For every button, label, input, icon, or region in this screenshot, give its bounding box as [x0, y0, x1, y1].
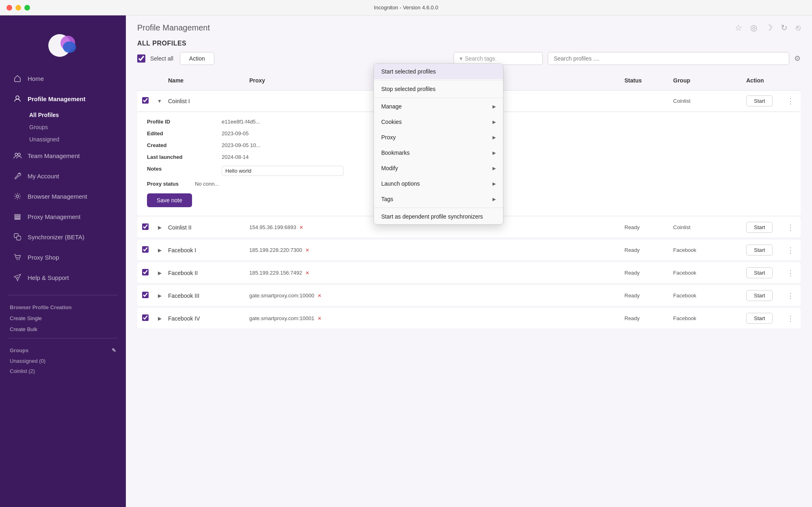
dropdown-item-tags[interactable]: Tags ▶ — [374, 191, 503, 207]
arrow-icon: ▶ — [492, 166, 496, 171]
sidebar-item-groups[interactable]: Groups — [24, 121, 126, 133]
start-button[interactable]: Start — [746, 222, 773, 233]
row-checkbox[interactable] — [137, 94, 153, 108]
profile-id-value: e11ee8f1-f4d5... — [222, 119, 391, 125]
refresh-icon[interactable]: ↻ — [781, 23, 788, 32]
header-icons: ☆ ◎ ☽ ↻ ⎋ — [735, 23, 801, 32]
moon-icon[interactable]: ☽ — [765, 23, 773, 32]
browser-profile-creation-section: Browser Profile Creation — [0, 299, 126, 313]
row-checkbox[interactable] — [142, 223, 149, 230]
start-btn-cell[interactable]: Start — [744, 92, 784, 110]
start-btn-cell[interactable]: Start — [744, 310, 784, 327]
groups-edit-icon[interactable]: ✎ — [112, 347, 116, 353]
create-bulk-action[interactable]: Create Bulk — [0, 324, 126, 335]
start-btn-cell[interactable]: Start — [744, 287, 784, 304]
sidebar-item-profile-management[interactable]: Profile Management — [3, 89, 123, 108]
sidebar-item-proxy-shop[interactable]: Proxy Shop — [3, 247, 123, 267]
save-note-button[interactable]: Save note — [147, 193, 192, 207]
export-icon[interactable]: ⎋ — [796, 23, 801, 32]
group-unassigned[interactable]: Unassigned (0) — [0, 356, 126, 366]
more-options-button[interactable]: ⋮ — [784, 93, 801, 109]
dropdown-item-launch-options[interactable]: Launch options ▶ — [374, 176, 503, 191]
proxy-value: gate.smartproxy.com:10000 ✕ — [247, 289, 622, 302]
sidebar: Home Profile Management All Profiles Gro… — [0, 15, 126, 507]
close-button[interactable] — [6, 5, 12, 11]
expand-button[interactable]: ▼ — [153, 95, 166, 107]
star-icon[interactable]: ☆ — [735, 23, 742, 32]
create-single-action[interactable]: Create Single — [0, 313, 126, 324]
sidebar-item-label-home: Home — [28, 75, 44, 82]
more-options-button[interactable]: ⋮ — [784, 220, 801, 235]
start-button[interactable]: Start — [746, 95, 773, 106]
proxy-error-icon: ✕ — [305, 247, 309, 253]
svg-rect-8 — [15, 217, 20, 218]
more-options-button[interactable]: ⋮ — [784, 243, 801, 258]
start-btn-cell[interactable]: Start — [744, 241, 784, 259]
col-group: Group — [671, 74, 744, 87]
logo — [0, 15, 126, 68]
expand-button[interactable]: ▶ — [153, 244, 166, 256]
notes-input[interactable] — [222, 166, 343, 176]
sidebar-item-help-support[interactable]: Help & Support — [3, 268, 123, 287]
main-content: Profile Management ☆ ◎ ☽ ↻ ⎋ ALL PROFILE… — [126, 15, 812, 507]
sidebar-item-unassigned[interactable]: Unassigned — [24, 133, 126, 145]
dropdown-item-proxy[interactable]: Proxy ▶ — [374, 130, 503, 145]
expand-button[interactable]: ▶ — [153, 221, 166, 234]
person-icon — [13, 94, 22, 103]
notes-label: Notes — [147, 166, 212, 176]
table-row: ▶ Facebook III gate.smartproxy.com:10000… — [137, 285, 801, 306]
dropdown-item-stop-selected[interactable]: Stop selected profiles — [374, 81, 503, 97]
proxy-error-icon: ✕ — [317, 316, 322, 321]
sidebar-item-home[interactable]: Home — [3, 69, 123, 88]
sidebar-item-synchronizer[interactable]: Synchronizer (BETA) — [3, 227, 123, 247]
select-all-checkbox[interactable] — [137, 54, 145, 63]
sidebar-item-my-account[interactable]: My Account — [3, 166, 123, 186]
start-button[interactable]: Start — [746, 245, 773, 256]
svg-rect-9 — [15, 219, 20, 219]
start-btn-cell[interactable]: Start — [744, 219, 784, 236]
row-checkbox[interactable] — [142, 246, 149, 253]
row-checkbox[interactable] — [142, 314, 149, 321]
sidebar-item-all-profiles[interactable]: All Profiles — [24, 109, 126, 121]
more-options-button[interactable]: ⋮ — [784, 311, 801, 326]
dropdown-item-cookies[interactable]: Cookies ▶ — [374, 114, 503, 130]
row-checkbox[interactable] — [142, 269, 149, 275]
more-options-button[interactable]: ⋮ — [784, 288, 801, 303]
titlebar: Incogniton - Version 4.6.0.0 — [0, 0, 812, 15]
start-button[interactable]: Start — [746, 267, 773, 278]
minimize-button[interactable] — [15, 5, 21, 11]
svg-point-6 — [16, 195, 19, 197]
sidebar-item-team-management[interactable]: Team Management — [3, 146, 123, 165]
circle-arrow-icon[interactable]: ◎ — [750, 23, 757, 32]
dropdown-item-start-selected[interactable]: Start selected profiles — [374, 64, 503, 79]
start-btn-cell[interactable]: Start — [744, 264, 784, 282]
search-tags-icon: ▾ — [460, 55, 462, 62]
col-more — [784, 74, 801, 87]
column-settings-icon[interactable]: ⚙ — [794, 54, 801, 63]
dropdown-item-manage[interactable]: Manage ▶ — [374, 99, 503, 114]
expand-button[interactable]: ▶ — [153, 290, 166, 302]
created-value: 2023-09-05 10... — [222, 142, 391, 148]
action-button[interactable]: Action — [180, 52, 214, 65]
arrow-icon: ▶ — [492, 135, 496, 140]
maximize-button[interactable] — [24, 5, 30, 11]
start-button[interactable]: Start — [746, 290, 773, 301]
sidebar-item-browser-management[interactable]: Browser Management — [3, 186, 123, 206]
more-options-button[interactable]: ⋮ — [784, 265, 801, 281]
expand-button[interactable]: ▶ — [153, 312, 166, 325]
dropdown-item-bookmarks[interactable]: Bookmarks ▶ — [374, 145, 503, 160]
dropdown-item-start-dependent[interactable]: Start as dependent profile synchronizers — [374, 209, 503, 224]
sidebar-item-proxy-management[interactable]: Proxy Management — [3, 207, 123, 226]
expand-button[interactable]: ▶ — [153, 267, 166, 279]
group-coinlist[interactable]: Coinlist (2) — [0, 366, 126, 376]
edited-value: 2023-09-05 — [222, 130, 391, 136]
select-all-label: Select all — [150, 55, 173, 62]
start-button[interactable]: Start — [746, 313, 773, 324]
col-status: Status — [622, 74, 671, 87]
send-icon — [13, 273, 22, 282]
dropdown-item-modify[interactable]: Modify ▶ — [374, 160, 503, 176]
profile-sub-nav: All Profiles Groups Unassigned — [0, 109, 126, 145]
profile-name: Coinlist II — [166, 221, 247, 234]
search-profiles-input[interactable] — [548, 52, 789, 65]
row-checkbox[interactable] — [142, 292, 149, 298]
